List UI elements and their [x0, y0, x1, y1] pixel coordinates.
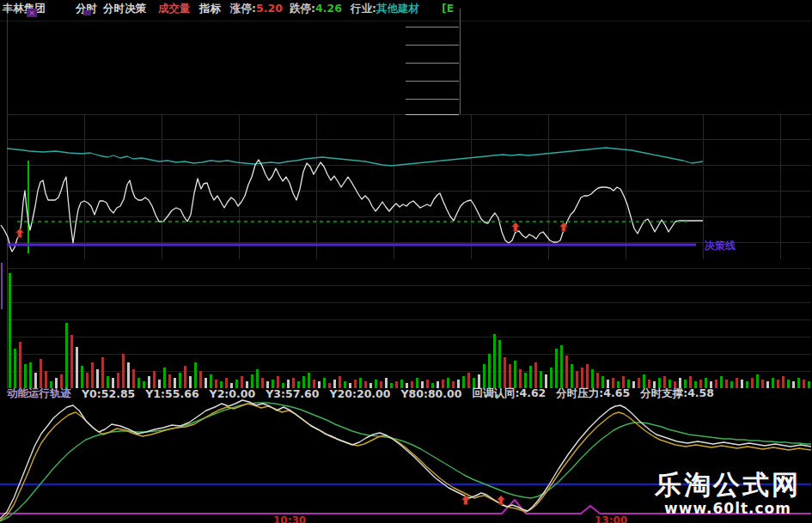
main-chart-pane[interactable]: [7, 114, 812, 260]
indicator-title: 动能运行轨迹: [7, 386, 71, 401]
industry-info: 行业:其他建材: [351, 2, 419, 17]
indicator-param-support: 分时支撑:4.58: [640, 386, 714, 401]
stock-name: 丰林集团: [3, 2, 46, 17]
time-label-1300: 13:00: [595, 514, 627, 523]
tab-volume[interactable]: 成交量: [158, 2, 191, 17]
indicator-param-y0: Y0:52.85: [82, 387, 135, 400]
indicator-param-y2: Y2:0.00: [210, 387, 256, 400]
indicator-param-pullback: 回调认同:4.62: [472, 386, 546, 401]
limit-down-info: 跌停:4.26: [290, 2, 342, 17]
tab-timeshare-decision[interactable]: 分时决策: [103, 2, 146, 17]
limit-up-value: 5.20: [256, 2, 283, 15]
indicator-param-y20: Y20:20.00: [329, 387, 390, 400]
limit-down-value: 4.26: [315, 2, 342, 15]
volume-pane[interactable]: [7, 262, 812, 388]
industry-label: 行业:: [351, 2, 376, 15]
watermark: 乐淘公式网 www.60lt.com: [650, 469, 806, 517]
watermark-site-url: www.60lt.com: [650, 500, 806, 517]
decision-line-label: 决策线: [705, 239, 736, 253]
limit-up-info: 涨停:5.20: [230, 2, 283, 17]
indicator-param-y3: Y3:57.60: [266, 387, 319, 400]
time-label-1030: 10:30: [273, 514, 306, 523]
indicator-header: 动能运行轨迹 Y0:52.85 Y1:55.66 Y2:0.00 Y3:57.6…: [7, 387, 714, 400]
indicator-param-y1: Y1:55.66: [145, 387, 198, 400]
watermark-site-name: 乐淘公式网: [650, 469, 806, 500]
limit-down-label: 跌停:: [290, 2, 315, 15]
limit-up-label: 涨停:: [230, 2, 256, 15]
menu-suffix: [E: [442, 2, 454, 17]
indicator-param-pressure: 分时压力:4.65: [556, 386, 630, 401]
purple-dash-marker-icon[interactable]: [83, 10, 91, 15]
industry-value: 其他建材: [376, 2, 419, 15]
purple-close-marker-icon[interactable]: ×: [27, 9, 37, 17]
indicator-param-y80: Y80:80.00: [400, 387, 461, 400]
stock-app-window: 丰林集团 分时 分时决策 成交量 指标 涨停:5.20 跌停:4.26 行业:其…: [0, 0, 812, 523]
tab-indicator[interactable]: 指标: [199, 2, 221, 17]
